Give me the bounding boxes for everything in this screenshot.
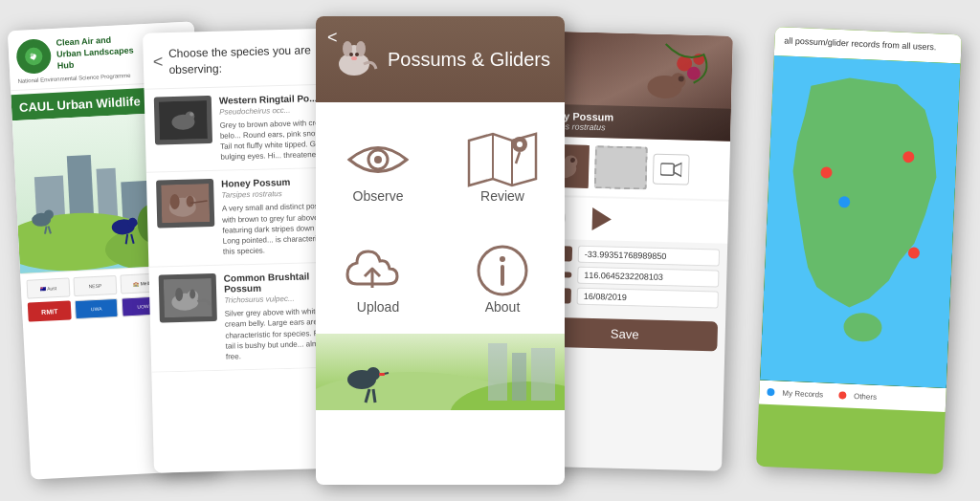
about-menu-item[interactable]: About (440, 223, 565, 334)
my-records-label: My Records (782, 388, 823, 399)
svg-point-52 (500, 256, 505, 262)
svg-rect-77 (660, 163, 674, 174)
svg-point-41 (355, 53, 359, 56)
map-container[interactable] (760, 54, 961, 387)
svg-rect-59 (531, 348, 555, 401)
species-list-title: Choose the species you are observing: (168, 42, 335, 78)
review-label: Review (480, 188, 524, 204)
info-icon (464, 242, 541, 299)
svg-point-49 (517, 142, 523, 147)
cloud-upload-icon (340, 242, 416, 299)
about-label: About (485, 299, 521, 315)
svg-point-61 (367, 367, 380, 381)
svg-line-63 (373, 389, 375, 403)
upload-menu-item[interactable]: Upload (316, 223, 440, 334)
species-thumbnail (159, 273, 217, 323)
photo-add-slot[interactable] (594, 145, 648, 189)
play-button[interactable] (585, 207, 612, 231)
others-dot (838, 391, 846, 399)
menu-grid: Observe Review (316, 112, 565, 334)
map-pin-icon (464, 131, 541, 188)
longitude-value: 116.0645232208103 (577, 267, 719, 288)
date-value: 16/08/2019 (577, 288, 719, 309)
main-menu-screen: < Possums & Gliders Observe (316, 16, 565, 485)
observe-label: Observe (353, 188, 404, 204)
my-records-dot (767, 388, 774, 396)
review-menu-item[interactable]: Review (440, 112, 565, 223)
back-button[interactable]: < (153, 53, 164, 73)
svg-point-44 (374, 156, 382, 163)
video-camera-icon (660, 160, 681, 178)
svg-rect-58 (512, 353, 526, 401)
svg-rect-65 (379, 373, 385, 376)
main-menu-title: Possums & Gliders (388, 49, 550, 71)
brochure-logo-text: Clean Air andUrban LandscapesHub (56, 34, 134, 72)
rmit-logo: RMIT (28, 300, 72, 321)
main-menu-back-button[interactable]: < (327, 28, 338, 48)
play-icon (592, 207, 612, 231)
svg-rect-57 (488, 343, 507, 401)
species-thumbnail (156, 179, 214, 229)
main-menu-footer (316, 334, 565, 410)
main-menu-header: < Possums & Gliders (316, 16, 565, 102)
svg-point-42 (351, 56, 357, 60)
video-record-button[interactable] (653, 153, 690, 185)
svg-point-40 (349, 53, 353, 56)
map-screen: all possum/glider records from all users… (756, 27, 962, 474)
others-label: Others (854, 391, 877, 401)
upload-label: Upload (357, 299, 399, 315)
aus-govt-logo: 🇦🇺 Aust (26, 277, 70, 298)
caul-logo (15, 38, 52, 75)
nesp-logo: NESP (73, 275, 117, 296)
species-list-header: < Choose the species you are observing: (143, 28, 345, 89)
species-thumbnail (154, 96, 212, 145)
svg-marker-78 (674, 163, 681, 176)
uwa-logo: UWA (75, 298, 119, 319)
eye-icon (340, 131, 416, 188)
observe-menu-item[interactable]: Observe (316, 112, 440, 223)
latitude-value: -33.99351768989850 (578, 246, 720, 267)
